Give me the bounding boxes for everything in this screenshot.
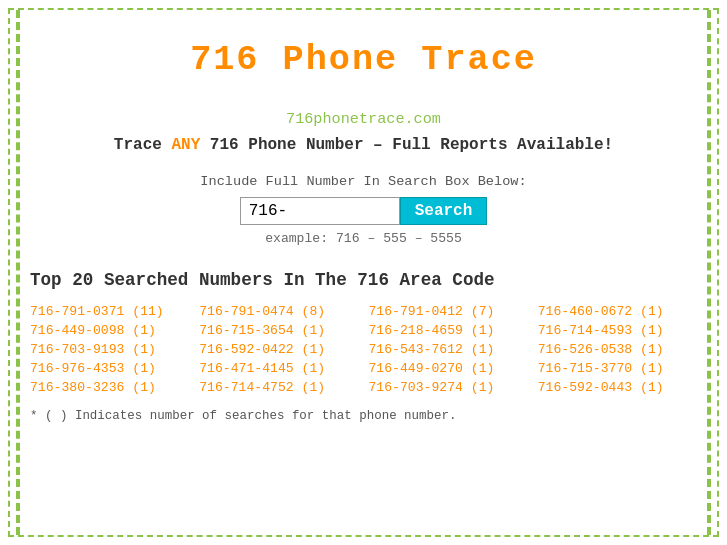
number-link[interactable]: 716-471-4145 (1) xyxy=(199,361,358,376)
number-link[interactable]: 716-543-7612 (1) xyxy=(369,342,528,357)
tagline-suffix: 716 Phone Number – Full Reports Availabl… xyxy=(200,136,613,154)
number-link[interactable]: 716-976-4353 (1) xyxy=(30,361,189,376)
tagline-prefix: Trace xyxy=(114,136,172,154)
number-link[interactable]: 716-791-0412 (7) xyxy=(369,304,528,319)
number-link[interactable]: 716-380-3236 (1) xyxy=(30,380,189,395)
number-link[interactable]: 716-592-0422 (1) xyxy=(199,342,358,357)
tagline: Trace ANY 716 Phone Number – Full Report… xyxy=(30,136,697,154)
number-link[interactable]: 716-715-3654 (1) xyxy=(199,323,358,338)
numbers-grid: 716-791-0371 (11)716-791-0474 (8)716-791… xyxy=(30,304,697,395)
top20-title: Top 20 Searched Numbers In The 716 Area … xyxy=(30,270,697,290)
number-link[interactable]: 716-460-0672 (1) xyxy=(538,304,697,319)
number-link[interactable]: 716-703-9274 (1) xyxy=(369,380,528,395)
page-title: 716 Phone Trace xyxy=(30,40,697,80)
number-link[interactable]: 716-449-0270 (1) xyxy=(369,361,528,376)
number-link[interactable]: 716-791-0371 (11) xyxy=(30,304,189,319)
search-example: example: 716 – 555 – 5555 xyxy=(30,231,697,246)
search-section: Include Full Number In Search Box Below:… xyxy=(30,174,697,246)
footnote: * ( ) Indicates number of searches for t… xyxy=(30,409,697,423)
left-border-decoration xyxy=(16,10,24,535)
number-link[interactable]: 716-526-0538 (1) xyxy=(538,342,697,357)
search-input[interactable] xyxy=(240,197,400,225)
tagline-highlight: ANY xyxy=(171,136,200,154)
number-link[interactable]: 716-714-4752 (1) xyxy=(199,380,358,395)
number-link[interactable]: 716-449-0098 (1) xyxy=(30,323,189,338)
page-container: 716 Phone Trace 716phonetrace.com Trace … xyxy=(8,8,719,537)
number-link[interactable]: 716-715-3770 (1) xyxy=(538,361,697,376)
site-url: 716phonetrace.com xyxy=(30,110,697,128)
number-link[interactable]: 716-218-4659 (1) xyxy=(369,323,528,338)
number-link[interactable]: 716-703-9193 (1) xyxy=(30,342,189,357)
search-button[interactable]: Search xyxy=(400,197,488,225)
search-row: Search xyxy=(30,197,697,225)
number-link[interactable]: 716-592-0443 (1) xyxy=(538,380,697,395)
number-link[interactable]: 716-714-4593 (1) xyxy=(538,323,697,338)
number-link[interactable]: 716-791-0474 (8) xyxy=(199,304,358,319)
right-border-decoration xyxy=(703,10,711,535)
search-label: Include Full Number In Search Box Below: xyxy=(30,174,697,189)
